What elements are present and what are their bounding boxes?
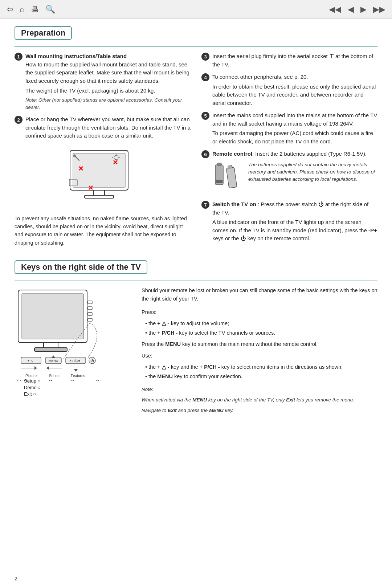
menu-diagram: Setup ○ Demo ○ Exit ○ (16, 378, 131, 397)
step-1-title: Wall mounting instructions/Table stand (25, 53, 127, 59)
svg-point-53 (71, 380, 74, 381)
step-2-body: Place or hang the TV wherever you want, … (25, 115, 191, 140)
step-4-content: To connect other peripherals, see p. 20.… (212, 73, 377, 107)
safety-text: To prevent any unsafe situations, no nak… (15, 215, 191, 247)
demo-label: Demo ○ (24, 385, 41, 390)
step-5-body2: To prevent damaging the power (AC) cord … (212, 129, 377, 146)
svg-rect-3 (85, 195, 114, 198)
step-5: 5 Insert the mains cord supplied into th… (201, 111, 377, 146)
use-list: the + △ - key and the + P/CH - key to se… (145, 363, 377, 381)
menu-text: Press the MENU key to summon the main me… (142, 340, 377, 348)
tv-side-keys-svg: + △ - MENU + P/CH - ⏻ (15, 286, 123, 381)
tv-diagram-svg (59, 147, 146, 208)
menu-row-demo: Demo ○ (16, 385, 131, 390)
svg-text:Sound: Sound (49, 374, 60, 378)
step-4-body2: In order to obtain the best result, plea… (212, 83, 377, 107)
svg-rect-22 (228, 165, 232, 168)
print-icon[interactable]: 🖶 (31, 5, 39, 14)
skip-forward-icon[interactable]: ▶▶ (373, 5, 385, 14)
svg-text:⏻: ⏻ (90, 359, 94, 363)
svg-point-55 (96, 380, 99, 381)
step-4-body: To connect other peripherals, see p. 20. (212, 73, 377, 81)
keys-section-title: Keys on the right side of the TV (15, 260, 147, 274)
step-2-number: 2 (15, 116, 23, 124)
svg-rect-24 (22, 294, 83, 339)
step-1: 1 Wall mounting instructions/Table stand… (15, 52, 191, 111)
step-7-title: Switch the TV on : Press the power switc… (212, 200, 377, 217)
svg-marker-44 (74, 369, 78, 372)
prep-columns: 1 Wall mounting instructions/Table stand… (15, 52, 377, 247)
skip-back-icon[interactable]: ◀◀ (329, 5, 341, 14)
svg-rect-21 (226, 167, 237, 188)
exit-label: Exit ○ (24, 391, 36, 397)
toolbar: ⇦ ⌂ 🖶 🔍 ◀◀ ◀ ▶ ▶▶ (0, 0, 392, 19)
svg-rect-1 (73, 153, 125, 187)
toolbar-right: ◀◀ ◀ ▶ ▶▶ (329, 5, 385, 14)
step-6-title: Remote control: Insert the 2 batteries s… (212, 150, 377, 158)
step-1-body2: The weight of the TV (excl. packaging) i… (25, 87, 191, 95)
keys-right: Should your remote be lost or broken you… (142, 286, 377, 417)
keys-columns: + △ - MENU + P/CH - ⏻ (15, 286, 377, 417)
note-text: When activated via the MENU key on the r… (142, 396, 377, 404)
press-item-1: the + △ - key to adjust the volume; (145, 319, 377, 328)
keys-right-text: Should your remote be lost or broken you… (142, 286, 377, 415)
step-2-content: Place or hang the TV wherever you want, … (25, 115, 191, 140)
svg-text:Picture: Picture (25, 374, 37, 378)
press-list: the + △ - key to adjust the volume; the … (145, 319, 377, 337)
svg-marker-43 (52, 355, 55, 358)
preparation-title: Preparation (15, 26, 72, 40)
next-icon[interactable]: ▶ (360, 5, 367, 14)
note-text2: Navigate to Exit and press the MENU key. (142, 407, 377, 415)
use-label: Use: (142, 352, 377, 360)
prev-icon[interactable]: ◀ (348, 5, 354, 14)
keys-left: + △ - MENU + P/CH - ⏻ (15, 286, 131, 417)
step-1-number: 1 (15, 53, 23, 61)
svg-text:Features: Features (71, 374, 85, 378)
preparation-divider (15, 46, 377, 47)
step-3: 3 Insert the aerial plug firmly into the… (201, 52, 377, 69)
step-6-number: 6 (201, 150, 209, 158)
note-label: Note: (142, 386, 377, 393)
svg-rect-2 (94, 190, 105, 195)
svg-rect-20 (216, 180, 222, 183)
svg-rect-19 (217, 163, 221, 166)
keys-section: Keys on the right side of the TV (15, 260, 377, 417)
battery-svg (212, 161, 243, 194)
svg-rect-30 (88, 318, 92, 321)
step-3-content: Insert the aerial plug firmly into the a… (212, 52, 377, 69)
use-item-1: the + △ - key and the + P/CH - key to se… (145, 363, 377, 371)
svg-text:MENU: MENU (49, 359, 58, 363)
svg-text:+ △ -: + △ - (28, 359, 35, 363)
step-6: 6 Remote control: Insert the 2 batteries… (201, 150, 377, 196)
use-item-2: the MENU key to confirm your selection. (145, 372, 377, 381)
keys-divider (15, 281, 377, 281)
svg-rect-25 (44, 343, 58, 348)
prep-left: 1 Wall mounting instructions/Table stand… (15, 52, 191, 247)
step-4-number: 4 (201, 73, 209, 81)
svg-rect-26 (34, 348, 67, 351)
svg-rect-27 (88, 301, 92, 304)
svg-text:+ P/CH -: + P/CH - (70, 359, 82, 363)
step-5-body: Insert the mains cord supplied into the … (212, 111, 377, 128)
battery-illustration (212, 161, 243, 196)
home-icon[interactable]: ⌂ (20, 5, 24, 14)
step-5-number: 5 (201, 112, 209, 120)
step-7-number: 7 (201, 201, 209, 209)
step-6-content: Remote control: Insert the 2 batteries s… (212, 150, 377, 196)
back-arrow-icon[interactable]: ⇦ (7, 5, 13, 14)
setup-label: Setup ○ (24, 378, 40, 384)
step-7-content: Switch the TV on : Press the power switc… (212, 200, 377, 243)
step-7-body: A blue indicator on the front of the TV … (212, 218, 377, 243)
step-5-content: Insert the mains cord supplied into the … (212, 111, 377, 146)
svg-text:TV: TV (16, 379, 21, 381)
battery-note: The batteries supplied do not contain th… (248, 161, 377, 183)
press-item-2: the + P/CH - key to select the TV channe… (145, 329, 377, 337)
page-number: 2 (15, 576, 17, 581)
step-3-number: 3 (201, 53, 209, 61)
search-icon[interactable]: 🔍 (45, 5, 55, 14)
prep-right: 3 Insert the aerial plug firmly into the… (201, 52, 377, 247)
preparation-section: Preparation 1 Wall mounting instructions… (15, 26, 377, 247)
step-4: 4 To connect other peripherals, see p. 2… (201, 73, 377, 107)
keys-intro: Should your remote be lost or broken you… (142, 286, 377, 303)
step-7: 7 Switch the TV on : Press the power swi… (201, 200, 377, 243)
